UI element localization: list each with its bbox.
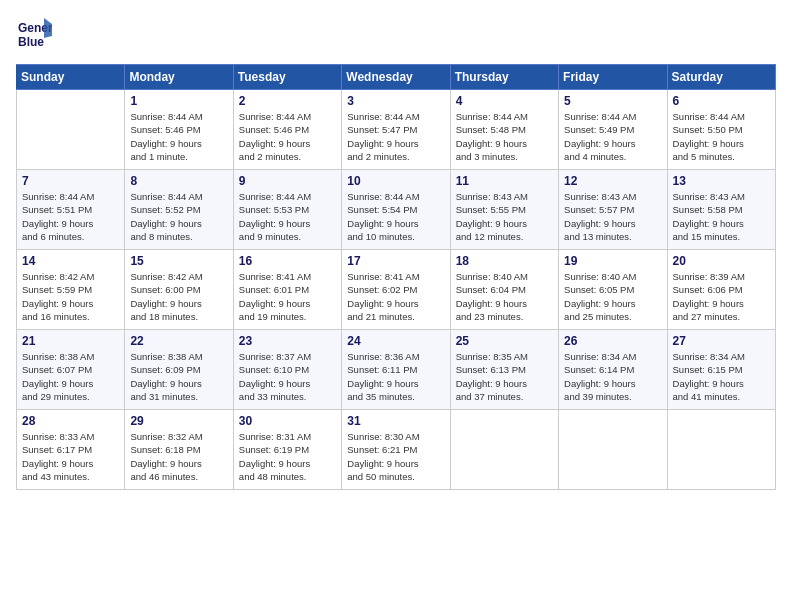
day-number: 18 <box>456 254 553 268</box>
day-number: 15 <box>130 254 227 268</box>
calendar-cell: 31Sunrise: 8:30 AM Sunset: 6:21 PM Dayli… <box>342 410 450 490</box>
calendar-cell: 15Sunrise: 8:42 AM Sunset: 6:00 PM Dayli… <box>125 250 233 330</box>
day-number: 14 <box>22 254 119 268</box>
day-info: Sunrise: 8:42 AM Sunset: 6:00 PM Dayligh… <box>130 270 227 323</box>
calendar-cell: 21Sunrise: 8:38 AM Sunset: 6:07 PM Dayli… <box>17 330 125 410</box>
day-number: 12 <box>564 174 661 188</box>
day-info: Sunrise: 8:36 AM Sunset: 6:11 PM Dayligh… <box>347 350 444 403</box>
day-info: Sunrise: 8:44 AM Sunset: 5:53 PM Dayligh… <box>239 190 336 243</box>
day-number: 24 <box>347 334 444 348</box>
day-number: 2 <box>239 94 336 108</box>
day-number: 8 <box>130 174 227 188</box>
day-number: 22 <box>130 334 227 348</box>
calendar-cell <box>667 410 775 490</box>
weekday-header: Monday <box>125 65 233 90</box>
weekday-header: Wednesday <box>342 65 450 90</box>
calendar-cell: 6Sunrise: 8:44 AM Sunset: 5:50 PM Daylig… <box>667 90 775 170</box>
page-header: General Blue <box>16 16 776 52</box>
day-number: 11 <box>456 174 553 188</box>
day-info: Sunrise: 8:31 AM Sunset: 6:19 PM Dayligh… <box>239 430 336 483</box>
day-info: Sunrise: 8:38 AM Sunset: 6:09 PM Dayligh… <box>130 350 227 403</box>
calendar-cell: 27Sunrise: 8:34 AM Sunset: 6:15 PM Dayli… <box>667 330 775 410</box>
day-info: Sunrise: 8:44 AM Sunset: 5:46 PM Dayligh… <box>130 110 227 163</box>
calendar-cell: 24Sunrise: 8:36 AM Sunset: 6:11 PM Dayli… <box>342 330 450 410</box>
day-info: Sunrise: 8:44 AM Sunset: 5:48 PM Dayligh… <box>456 110 553 163</box>
day-number: 19 <box>564 254 661 268</box>
day-number: 23 <box>239 334 336 348</box>
day-number: 4 <box>456 94 553 108</box>
calendar-cell: 28Sunrise: 8:33 AM Sunset: 6:17 PM Dayli… <box>17 410 125 490</box>
calendar-cell: 18Sunrise: 8:40 AM Sunset: 6:04 PM Dayli… <box>450 250 558 330</box>
day-info: Sunrise: 8:34 AM Sunset: 6:14 PM Dayligh… <box>564 350 661 403</box>
calendar-cell: 3Sunrise: 8:44 AM Sunset: 5:47 PM Daylig… <box>342 90 450 170</box>
day-info: Sunrise: 8:38 AM Sunset: 6:07 PM Dayligh… <box>22 350 119 403</box>
day-info: Sunrise: 8:43 AM Sunset: 5:57 PM Dayligh… <box>564 190 661 243</box>
day-number: 9 <box>239 174 336 188</box>
calendar-cell: 10Sunrise: 8:44 AM Sunset: 5:54 PM Dayli… <box>342 170 450 250</box>
calendar-cell: 23Sunrise: 8:37 AM Sunset: 6:10 PM Dayli… <box>233 330 341 410</box>
day-info: Sunrise: 8:33 AM Sunset: 6:17 PM Dayligh… <box>22 430 119 483</box>
day-info: Sunrise: 8:32 AM Sunset: 6:18 PM Dayligh… <box>130 430 227 483</box>
day-number: 27 <box>673 334 770 348</box>
weekday-header: Friday <box>559 65 667 90</box>
logo: General Blue <box>16 16 52 52</box>
calendar-cell: 26Sunrise: 8:34 AM Sunset: 6:14 PM Dayli… <box>559 330 667 410</box>
day-number: 13 <box>673 174 770 188</box>
calendar-cell <box>17 90 125 170</box>
weekday-header: Sunday <box>17 65 125 90</box>
calendar-cell: 22Sunrise: 8:38 AM Sunset: 6:09 PM Dayli… <box>125 330 233 410</box>
calendar-cell: 7Sunrise: 8:44 AM Sunset: 5:51 PM Daylig… <box>17 170 125 250</box>
day-info: Sunrise: 8:44 AM Sunset: 5:46 PM Dayligh… <box>239 110 336 163</box>
calendar-cell: 20Sunrise: 8:39 AM Sunset: 6:06 PM Dayli… <box>667 250 775 330</box>
weekday-header: Thursday <box>450 65 558 90</box>
day-number: 26 <box>564 334 661 348</box>
day-number: 1 <box>130 94 227 108</box>
calendar-table: SundayMondayTuesdayWednesdayThursdayFrid… <box>16 64 776 490</box>
day-number: 28 <box>22 414 119 428</box>
day-number: 25 <box>456 334 553 348</box>
day-info: Sunrise: 8:44 AM Sunset: 5:51 PM Dayligh… <box>22 190 119 243</box>
day-info: Sunrise: 8:41 AM Sunset: 6:02 PM Dayligh… <box>347 270 444 323</box>
day-info: Sunrise: 8:44 AM Sunset: 5:52 PM Dayligh… <box>130 190 227 243</box>
calendar-cell <box>559 410 667 490</box>
calendar-cell: 5Sunrise: 8:44 AM Sunset: 5:49 PM Daylig… <box>559 90 667 170</box>
day-number: 29 <box>130 414 227 428</box>
calendar-cell: 30Sunrise: 8:31 AM Sunset: 6:19 PM Dayli… <box>233 410 341 490</box>
day-info: Sunrise: 8:37 AM Sunset: 6:10 PM Dayligh… <box>239 350 336 403</box>
calendar-cell: 13Sunrise: 8:43 AM Sunset: 5:58 PM Dayli… <box>667 170 775 250</box>
calendar-cell: 16Sunrise: 8:41 AM Sunset: 6:01 PM Dayli… <box>233 250 341 330</box>
calendar-cell: 11Sunrise: 8:43 AM Sunset: 5:55 PM Dayli… <box>450 170 558 250</box>
day-info: Sunrise: 8:44 AM Sunset: 5:50 PM Dayligh… <box>673 110 770 163</box>
day-number: 17 <box>347 254 444 268</box>
day-info: Sunrise: 8:30 AM Sunset: 6:21 PM Dayligh… <box>347 430 444 483</box>
day-info: Sunrise: 8:42 AM Sunset: 5:59 PM Dayligh… <box>22 270 119 323</box>
svg-text:Blue: Blue <box>18 35 44 49</box>
weekday-header-row: SundayMondayTuesdayWednesdayThursdayFrid… <box>17 65 776 90</box>
calendar-cell: 14Sunrise: 8:42 AM Sunset: 5:59 PM Dayli… <box>17 250 125 330</box>
calendar-week-row: 1Sunrise: 8:44 AM Sunset: 5:46 PM Daylig… <box>17 90 776 170</box>
day-info: Sunrise: 8:44 AM Sunset: 5:49 PM Dayligh… <box>564 110 661 163</box>
day-number: 5 <box>564 94 661 108</box>
day-info: Sunrise: 8:34 AM Sunset: 6:15 PM Dayligh… <box>673 350 770 403</box>
day-info: Sunrise: 8:43 AM Sunset: 5:58 PM Dayligh… <box>673 190 770 243</box>
day-info: Sunrise: 8:44 AM Sunset: 5:47 PM Dayligh… <box>347 110 444 163</box>
calendar-week-row: 28Sunrise: 8:33 AM Sunset: 6:17 PM Dayli… <box>17 410 776 490</box>
day-info: Sunrise: 8:40 AM Sunset: 6:04 PM Dayligh… <box>456 270 553 323</box>
day-info: Sunrise: 8:41 AM Sunset: 6:01 PM Dayligh… <box>239 270 336 323</box>
calendar-cell: 25Sunrise: 8:35 AM Sunset: 6:13 PM Dayli… <box>450 330 558 410</box>
calendar-cell: 17Sunrise: 8:41 AM Sunset: 6:02 PM Dayli… <box>342 250 450 330</box>
calendar-week-row: 14Sunrise: 8:42 AM Sunset: 5:59 PM Dayli… <box>17 250 776 330</box>
day-number: 21 <box>22 334 119 348</box>
calendar-cell: 9Sunrise: 8:44 AM Sunset: 5:53 PM Daylig… <box>233 170 341 250</box>
weekday-header: Tuesday <box>233 65 341 90</box>
day-info: Sunrise: 8:44 AM Sunset: 5:54 PM Dayligh… <box>347 190 444 243</box>
day-number: 16 <box>239 254 336 268</box>
day-number: 3 <box>347 94 444 108</box>
calendar-week-row: 21Sunrise: 8:38 AM Sunset: 6:07 PM Dayli… <box>17 330 776 410</box>
calendar-cell: 1Sunrise: 8:44 AM Sunset: 5:46 PM Daylig… <box>125 90 233 170</box>
calendar-cell: 8Sunrise: 8:44 AM Sunset: 5:52 PM Daylig… <box>125 170 233 250</box>
calendar-cell: 2Sunrise: 8:44 AM Sunset: 5:46 PM Daylig… <box>233 90 341 170</box>
day-info: Sunrise: 8:39 AM Sunset: 6:06 PM Dayligh… <box>673 270 770 323</box>
day-number: 30 <box>239 414 336 428</box>
day-number: 6 <box>673 94 770 108</box>
